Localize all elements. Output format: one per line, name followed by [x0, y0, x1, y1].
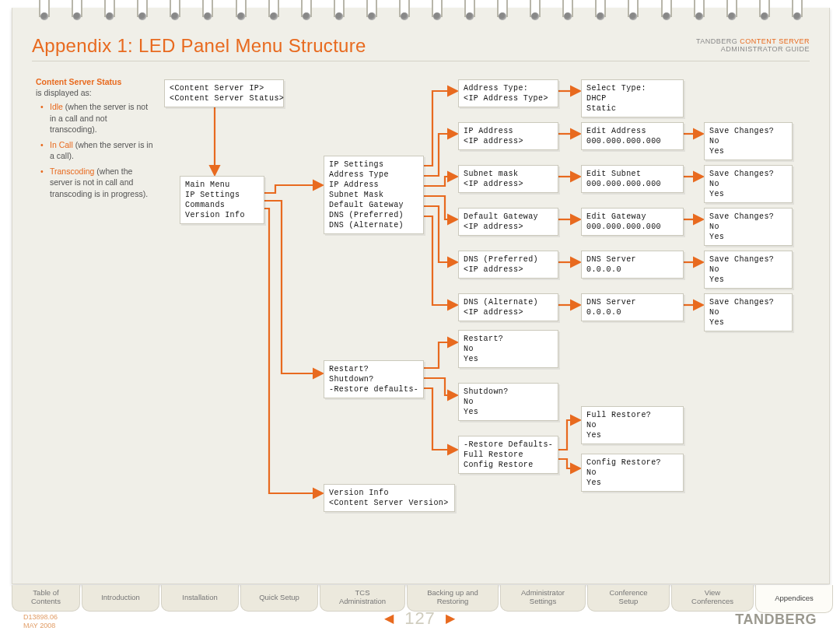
- box-full-restore: Full Restore? No Yes: [581, 406, 684, 444]
- box-dns-server-1: DNS Server 0.0.0.0: [581, 251, 684, 279]
- tab-backup[interactable]: Backing up and Restoring: [407, 585, 499, 612]
- box-main-menu: Main Menu IP Settings Commands Version I…: [180, 176, 264, 224]
- box-save-4: Save Changes? No Yes: [704, 251, 793, 289]
- next-page-icon[interactable]: ▶: [446, 612, 456, 625]
- brand-right: CONTENT SERVER: [740, 37, 810, 45]
- page-card: Appendix 1: LED Panel Menu Structure TAN…: [12, 8, 830, 584]
- box-subnet: Subnet mask <IP address>: [458, 165, 558, 193]
- box-ip-settings: IP Settings Address Type IP Address Subn…: [324, 156, 424, 234]
- tab-quick-setup[interactable]: Quick Setup: [240, 585, 318, 612]
- box-dns-alt: DNS (Alternate) <IP address>: [458, 293, 558, 321]
- page-number: 127: [404, 608, 436, 628]
- bottom-tabbar: Table of Contents Introduction Installat…: [12, 585, 828, 610]
- brand-text: TANDBERG: [696, 37, 740, 45]
- box-restore: -Restore Defaults- Full Restore Config R…: [458, 436, 558, 474]
- box-save-3: Save Changes? No Yes: [704, 208, 793, 246]
- box-commands: Restart? Shutdown? -Restore defaults-: [324, 360, 424, 398]
- box-edit-gateway: Edit Gateway 000.000.000.000: [581, 208, 684, 236]
- box-shutdown: Shutdown? No Yes: [458, 383, 558, 421]
- box-conf-restore: Config Restore? No Yes: [581, 454, 684, 492]
- box-dns-pref: DNS (Preferred) <IP address>: [458, 251, 558, 279]
- box-save-1: Save Changes? No Yes: [704, 122, 793, 160]
- box-dns-server-2: DNS Server 0.0.0.0: [581, 293, 684, 321]
- page-nav: ◀ 127 ▶: [0, 608, 840, 629]
- tab-toc[interactable]: Table of Contents: [12, 585, 80, 612]
- box-save-2: Save Changes? No Yes: [704, 165, 793, 203]
- box-edit-subnet: Edit Subnet 000.000.000.000: [581, 165, 684, 193]
- header-divider: [32, 61, 810, 61]
- legend-heading: Content Server Status: [36, 77, 121, 86]
- tab-installation[interactable]: Installation: [161, 585, 239, 612]
- box-status: <Content Server IP> <Content Server Stat…: [164, 79, 284, 107]
- box-ip-address: IP Address <IP address>: [458, 122, 558, 150]
- box-edit-address: Edit Address 000.000.000.000: [581, 122, 684, 150]
- page-title: Appendix 1: LED Panel Menu Structure: [32, 35, 366, 57]
- box-version-info: Version Info <Content Server Version>: [324, 484, 455, 512]
- tab-introduction[interactable]: Introduction: [82, 585, 159, 612]
- legend-intro: is displayed as:: [36, 88, 92, 97]
- box-select-type: Select Type: DHCP Static: [581, 79, 684, 117]
- legend-item-transcoding: Transcoding (when the server is not in c…: [44, 166, 156, 199]
- tab-admin-set[interactable]: Administrator Settings: [500, 585, 586, 612]
- box-gateway: Default Gateway <IP address>: [458, 208, 558, 236]
- tab-conf-setup[interactable]: Conference Setup: [587, 585, 670, 612]
- box-address-type: Address Type: <IP Address Type>: [458, 79, 558, 107]
- status-legend: Content Server Status is displayed as: I…: [36, 76, 156, 204]
- tab-view-conf[interactable]: View Conferences: [671, 585, 754, 612]
- doc-header-right: TANDBERG CONTENT SERVER ADMINISTRATOR GU…: [696, 37, 810, 53]
- tab-tcs-admin[interactable]: TCS Administration: [320, 585, 405, 612]
- footer-brand: TANDBERG: [735, 612, 817, 628]
- legend-item-idle: Idle (when the server is not in a call a…: [44, 101, 156, 135]
- brand-sub: ADMINISTRATOR GUIDE: [721, 45, 810, 53]
- legend-item-incall: In Call (when the server is in a call).: [44, 139, 156, 161]
- box-save-5: Save Changes? No Yes: [704, 293, 793, 331]
- box-restart: Restart? No Yes: [458, 330, 558, 368]
- prev-page-icon[interactable]: ◀: [384, 612, 394, 625]
- spiral-binding: [12, 0, 829, 26]
